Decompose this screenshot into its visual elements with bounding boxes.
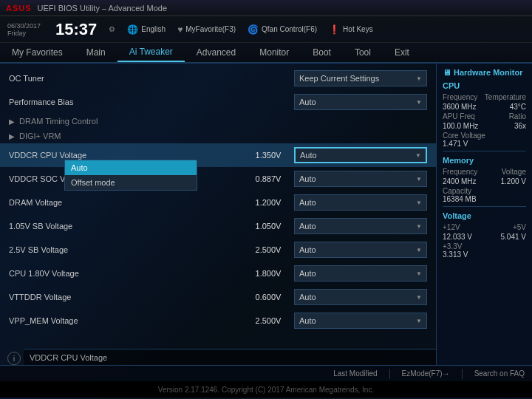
25v-sb-value: 2.500V bbox=[242, 245, 294, 254]
ezmode-item[interactable]: EzMode(F7)→ bbox=[402, 369, 450, 378]
mem-freq-label: Frequency bbox=[443, 168, 477, 176]
dram-voltage-dropdown[interactable]: Auto ▼ bbox=[294, 194, 427, 211]
105v-sb-label: 1.05V SB Voltage bbox=[9, 222, 242, 231]
row-vttddr: VTTDDR Voltage 0.600V Auto ▼ bbox=[0, 285, 436, 309]
vttddr-value: 0.600V bbox=[242, 293, 294, 301]
language-shortcut[interactable]: 🌐 English bbox=[127, 24, 166, 35]
row-cpu-18v: CPU 1.80V Voltage 1.800V Auto ▼ bbox=[0, 262, 436, 285]
vppmem-label: VPP_MEM Voltage bbox=[9, 316, 242, 325]
cpu-18v-label: CPU 1.80V Voltage bbox=[9, 269, 242, 278]
chevron-down-icon: ▼ bbox=[416, 318, 422, 324]
vppmem-value: 2.500V bbox=[242, 316, 294, 325]
favorites-shortcut[interactable]: ♥ MyFavorite(F3) bbox=[177, 24, 236, 35]
top-bar: ASUS UEFI BIOS Utility – Advanced Mode bbox=[0, 0, 532, 16]
cpu-temp-value: 43°C bbox=[510, 103, 526, 111]
nav-advanced[interactable]: Advanced bbox=[185, 43, 248, 62]
chevron-down-icon: ▼ bbox=[416, 294, 422, 301]
bottom-divider-2 bbox=[462, 369, 463, 379]
bottom-divider-1 bbox=[389, 369, 390, 379]
vppmem-dropdown[interactable]: Auto ▼ bbox=[294, 313, 427, 329]
row-performance-bias: Performance Bias Auto ▼ bbox=[0, 90, 436, 114]
row-oc-tuner: OC Tuner Keep Current Settings ▼ bbox=[0, 66, 436, 90]
chevron-down-icon: ▼ bbox=[416, 176, 422, 183]
105v-sb-dropdown[interactable]: Auto ▼ bbox=[294, 218, 427, 234]
12v-5v-values: 12.033 V 5.041 V bbox=[443, 233, 526, 241]
hw-monitor-title: 🖥 Hardware Monitor bbox=[443, 68, 526, 77]
ratio-label: Ratio bbox=[509, 112, 526, 120]
settings-icon[interactable]: ⚙ bbox=[109, 25, 115, 33]
info-text: VDDCR CPU Voltage bbox=[30, 353, 107, 362]
nav-my-favorites[interactable]: My Favorites bbox=[0, 43, 75, 62]
row-vddcr-cpu: VDDCR CPU Voltage 1.350V Auto ▼ Auto Off… bbox=[0, 143, 436, 167]
memory-section-title: Memory bbox=[443, 156, 526, 165]
language-icon: 🌐 bbox=[127, 24, 138, 35]
nav-exit[interactable]: Exit bbox=[383, 43, 421, 62]
hardware-monitor-panel: 🖥 Hardware Monitor CPU Frequency Tempera… bbox=[436, 64, 532, 365]
datetime-block: 06/30/2017 Friday bbox=[7, 22, 41, 37]
cpu-18v-dropdown[interactable]: Auto ▼ bbox=[294, 265, 427, 282]
chevron-down-icon: ▼ bbox=[416, 99, 422, 106]
search-faq-item[interactable]: Search on FAQ bbox=[474, 369, 525, 378]
performance-bias-label: Performance Bias bbox=[9, 98, 294, 106]
mem-freq-voltage-values: 2400 MHz 1.200 V bbox=[443, 177, 526, 185]
dropdown-option-auto[interactable]: Auto bbox=[65, 160, 197, 175]
asus-logo: ASUS bbox=[6, 4, 32, 13]
cpu-freq-label: Frequency bbox=[443, 93, 477, 101]
capacity-label: Capacity bbox=[443, 187, 526, 195]
cpu-temp-label: Temperature bbox=[485, 93, 526, 101]
digi-vrm-section[interactable]: ▶ DIGI+ VRM bbox=[0, 129, 436, 143]
cpu-section-title: CPU bbox=[443, 81, 526, 90]
apu-ratio-values: 100.0 MHz 36x bbox=[443, 122, 526, 130]
clock-display: 15:37 bbox=[55, 21, 97, 38]
nav-ai-tweaker[interactable]: Ai Tweaker bbox=[117, 43, 185, 62]
vttddr-label: VTTDDR Voltage bbox=[9, 293, 242, 301]
hw-divider-1 bbox=[443, 151, 526, 151]
cpu-freq-temp-header: Frequency Temperature bbox=[443, 93, 526, 101]
cpu-freq-value: 3600 MHz bbox=[443, 103, 477, 111]
capacity-value: 16384 MB bbox=[443, 195, 526, 203]
row-25v-sb: 2.5V SB Voltage 2.500V Auto ▼ bbox=[0, 238, 436, 262]
vddcr-soc-dropdown[interactable]: Auto ▼ bbox=[294, 171, 427, 187]
bios-title: UEFI BIOS Utility – Advanced Mode bbox=[38, 4, 167, 13]
5v-value: 5.041 V bbox=[501, 233, 526, 241]
qfan-shortcut[interactable]: 🌀 Qfan Control(F6) bbox=[248, 24, 317, 35]
dram-voltage-label: DRAM Voltage bbox=[9, 198, 242, 207]
left-panel: OC Tuner Keep Current Settings ▼ Perform… bbox=[0, 64, 436, 365]
main-content: OC Tuner Keep Current Settings ▼ Perform… bbox=[0, 64, 532, 365]
12v-label: +12V bbox=[443, 223, 460, 231]
33v-value: 3.313 V bbox=[443, 250, 526, 259]
row-105v-sb: 1.05V SB Voltage 1.050V Auto ▼ bbox=[0, 214, 436, 238]
info-icon[interactable]: i bbox=[7, 352, 21, 365]
nav-boot[interactable]: Boot bbox=[301, 43, 343, 62]
hotkeys-icon: ❗ bbox=[329, 24, 340, 35]
chevron-down-icon: ▼ bbox=[416, 75, 422, 82]
monitor-icon: 🖥 bbox=[443, 68, 451, 77]
hotkeys-shortcut[interactable]: ❗ Hot Keys bbox=[329, 24, 373, 35]
apu-freq-label: APU Freq bbox=[443, 112, 475, 120]
nav-main[interactable]: Main bbox=[75, 43, 117, 62]
105v-sb-value: 1.050V bbox=[242, 222, 294, 231]
vddcr-cpu-dropdown[interactable]: Auto ▼ bbox=[294, 147, 427, 163]
hotkeys-label: Hot Keys bbox=[343, 25, 373, 33]
performance-bias-dropdown[interactable]: Auto ▼ bbox=[294, 94, 427, 110]
voltage-section-title: Voltage bbox=[443, 211, 526, 220]
ratio-value: 36x bbox=[514, 122, 526, 130]
nav-tool[interactable]: Tool bbox=[343, 43, 383, 62]
cpu-18v-value: 1.800V bbox=[242, 269, 294, 278]
oc-tuner-dropdown[interactable]: Keep Current Settings ▼ bbox=[294, 70, 427, 86]
last-modified-label: Last Modified bbox=[333, 369, 377, 378]
row-dram-voltage: DRAM Voltage 1.200V Auto ▼ bbox=[0, 191, 436, 214]
25v-sb-dropdown[interactable]: Auto ▼ bbox=[294, 242, 427, 258]
row-vppmem: VPP_MEM Voltage 2.500V Auto ▼ bbox=[0, 309, 436, 332]
copyright-bar: Version 2.17.1246. Copyright (C) 2017 Am… bbox=[0, 381, 532, 398]
25v-sb-label: 2.5V SB Voltage bbox=[9, 245, 242, 254]
chevron-down-icon: ▼ bbox=[415, 152, 421, 159]
digi-vrm-label: DIGI+ VRM bbox=[19, 132, 61, 140]
12v-value: 12.033 V bbox=[443, 233, 472, 241]
dropdown-option-offset[interactable]: Offset mode bbox=[65, 175, 197, 190]
nav-monitor[interactable]: Monitor bbox=[248, 43, 301, 62]
chevron-down-icon: ▼ bbox=[416, 270, 422, 277]
ezmode-label: EzMode(F7)→ bbox=[402, 369, 450, 378]
dram-timing-section[interactable]: ▶ DRAM Timing Control bbox=[0, 114, 436, 129]
vttddr-dropdown[interactable]: Auto ▼ bbox=[294, 289, 427, 305]
